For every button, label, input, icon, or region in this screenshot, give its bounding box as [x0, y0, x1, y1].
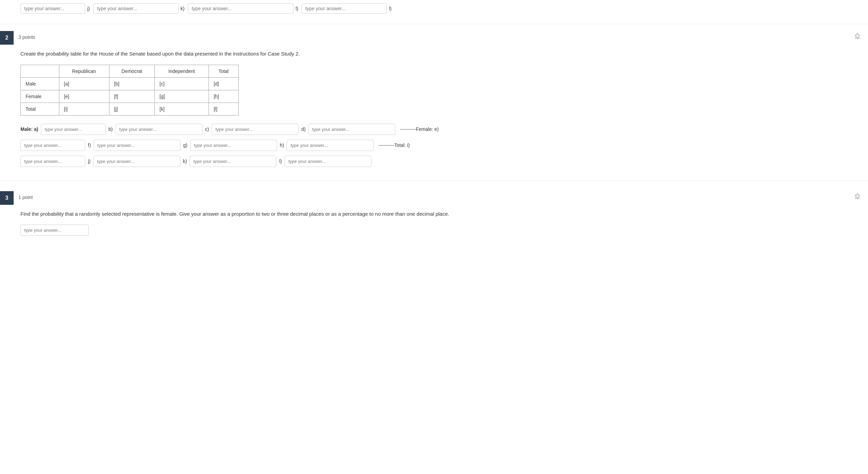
top-input-2[interactable] [188, 3, 293, 14]
q2-female-separator: ----------Female: e) [400, 126, 439, 132]
q2-answer-row-1: Male: a) b) c) d) ----------Female: e) [20, 124, 848, 135]
probability-table: Republican Democrat Independent Total Ma… [20, 65, 239, 116]
q2-input-g[interactable] [190, 140, 277, 151]
q2-input-f[interactable] [94, 140, 181, 151]
question-3-badge: 3 [0, 191, 14, 205]
question-2-body: Create the probability table for the Hou… [0, 50, 868, 167]
q2-input-b[interactable] [116, 124, 202, 135]
question-2-section: 2 3 points Create the probability table … [0, 24, 868, 181]
table-cell-male-b: [b] [109, 77, 154, 90]
table-cell-total-j: [j] [109, 103, 154, 115]
q3-answer-area [20, 225, 848, 236]
q2-label-j: j) [88, 158, 91, 164]
q3-input[interactable] [20, 225, 89, 236]
table-cell-total-i: [i] [59, 103, 109, 115]
q2-label-f: f) [88, 142, 91, 148]
top-input-group-k: k) [93, 3, 185, 14]
q2-label-b: b) [108, 126, 112, 132]
q2-total-separator: ----------Total: i) [378, 142, 410, 148]
table-row-total: Total [i] [j] [k] [l] [21, 103, 239, 115]
table-header-republican: Republican [59, 65, 109, 77]
pin-icon-q2[interactable] [854, 31, 861, 42]
table-cell-male-a: [a] [59, 77, 109, 90]
q2-label-d: d) [301, 126, 305, 132]
q2-input-d[interactable] [308, 124, 395, 135]
q2-label-h: h) [280, 142, 284, 148]
table-row-male: Male [a] [b] [c] [d] [21, 77, 239, 90]
top-label-2: l) [295, 6, 298, 11]
top-label-3: l) [389, 6, 392, 11]
question-2-text: Create the probability table for the Hou… [20, 50, 848, 58]
table-cell-total-label: Total [21, 103, 59, 115]
q2-input-h[interactable] [287, 140, 374, 151]
top-input-group-l: l) [302, 3, 392, 14]
top-input-3[interactable] [302, 3, 387, 14]
question-3-body: Find the probability that a randomly sel… [0, 210, 868, 236]
top-answer-row: j)k)l)l) [0, 0, 868, 24]
q2-input-k[interactable] [189, 156, 276, 167]
table-header-total: Total [209, 65, 238, 77]
page-wrapper: j)k)l)l) 2 3 points Create the probabili… [0, 0, 868, 474]
question-2-points: 3 points [18, 31, 35, 40]
table-cell-female-f: [f] [109, 90, 154, 103]
q2-answer-row-3: j) k) l) [20, 156, 848, 167]
table-header-independent: Independent [155, 65, 209, 77]
top-label-0: j) [87, 6, 90, 11]
top-input-0[interactable] [20, 3, 85, 14]
q2-male-label: Male: a) [20, 126, 38, 132]
question-3-header: 3 1 point [0, 191, 868, 205]
q2-answer-row-2: f) g) h) ----------Total: i) [20, 140, 848, 151]
q2-input-i[interactable] [20, 156, 85, 167]
table-cell-total-k: [k] [155, 103, 209, 115]
question-3-points: 1 point [18, 191, 33, 200]
table-cell-male-label: Male [21, 77, 59, 90]
q2-input-j[interactable] [93, 156, 180, 167]
top-input-group-l: l) [188, 3, 298, 14]
q2-input-a[interactable] [41, 124, 106, 135]
q2-label-c: c) [205, 126, 209, 132]
table-cell-female-e: [e] [59, 90, 109, 103]
question-3-text: Find the probability that a randomly sel… [20, 210, 848, 218]
top-label-1: k) [181, 6, 185, 11]
table-header-democrat: Democrat [109, 65, 154, 77]
q2-label-k: k) [183, 158, 187, 164]
table-cell-female-h: [h] [209, 90, 238, 103]
table-row-female: Female [e] [f] [g] [h] [21, 90, 239, 103]
table-cell-total-l: [l] [209, 103, 238, 115]
table-cell-male-c: [c] [155, 77, 209, 90]
top-input-group-j: j) [20, 3, 90, 14]
q2-input-c[interactable] [212, 124, 299, 135]
question-2-badge: 2 [0, 31, 14, 45]
table-header-empty [21, 65, 59, 77]
q2-answer-rows: Male: a) b) c) d) ----------Female: e) f… [20, 124, 848, 167]
q2-label-g: g) [183, 142, 187, 148]
table-header-row: Republican Democrat Independent Total [21, 65, 239, 77]
q2-input-e[interactable] [20, 140, 85, 151]
table-cell-female-g: [g] [155, 90, 209, 103]
top-input-1[interactable] [93, 3, 179, 14]
table-cell-female-label: Female [21, 90, 59, 103]
table-cell-male-d: [d] [209, 77, 238, 90]
q2-label-l: l) [279, 158, 282, 164]
pin-icon-q3[interactable] [854, 191, 861, 202]
question-2-header: 2 3 points [0, 31, 868, 45]
q2-input-l[interactable] [285, 156, 371, 167]
question-3-section: 3 1 point Find the probability that a ra… [0, 181, 868, 250]
